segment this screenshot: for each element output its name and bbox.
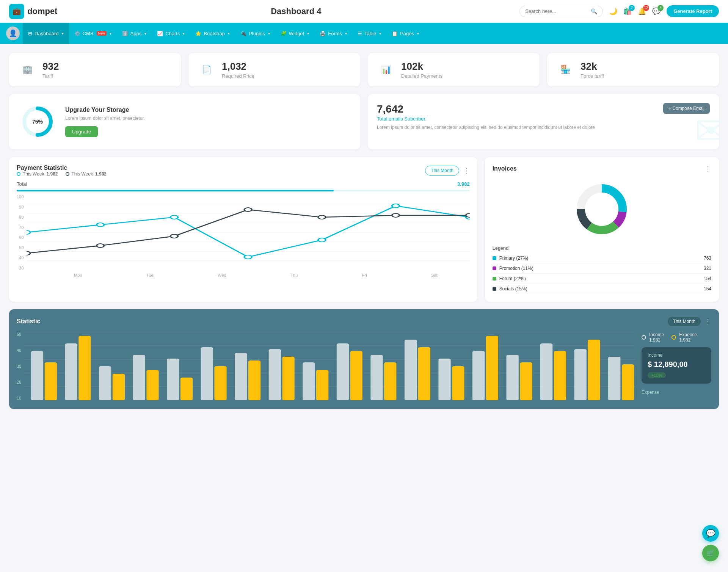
price-value: 1,032 [222, 61, 254, 72]
apps-icon: ℹ️ [122, 31, 128, 36]
socials-color [493, 287, 496, 291]
invoices-card: Invoices ⋮ Legend [485, 157, 719, 302]
bell-icon[interactable]: 🔔 12 [638, 7, 646, 16]
nav-charts[interactable]: 📈 Charts ▾ [152, 23, 190, 44]
legend-item-1: This Week 1.982 [17, 171, 58, 177]
bar-chart-area [24, 332, 635, 401]
bell-badge: 12 [643, 5, 649, 11]
logo-text: dompet [27, 6, 57, 16]
force-icon: 🏪 [556, 61, 574, 79]
chevron-icon: ▾ [268, 31, 270, 36]
nav-widget[interactable]: 🧩 Widget ▾ [275, 23, 314, 44]
chevron-icon: ▾ [144, 31, 146, 36]
income-popup: Income $ 12,890,00 +15% [642, 347, 711, 384]
moon-icon[interactable]: 🌙 [609, 7, 617, 16]
svg-point-10 [97, 223, 104, 227]
legend-dot-dark [66, 172, 69, 176]
main-content: 🏢 932 Tariff 📄 1,032 Required Price 📊 10… [0, 44, 728, 418]
chart-legend: This Week 1.982 This Week 1.982 [17, 171, 107, 177]
nav-pages[interactable]: 📋 Pages ▾ [386, 23, 424, 44]
stat-month-button[interactable]: This Month [668, 317, 701, 326]
stat-card-force: 🏪 32k Force tariff [547, 53, 719, 86]
svg-rect-58 [439, 359, 451, 400]
search-box[interactable]: 🔍 [519, 6, 603, 17]
nav-forms[interactable]: 🖨️ Forms ▾ [314, 23, 352, 44]
svg-point-19 [245, 208, 252, 212]
progress-bar [17, 190, 470, 191]
nav-cms[interactable]: ⚙️ CMS New ▾ [69, 23, 117, 44]
storage-text: Upgrade Your Storage Lorem ipsum dolor s… [65, 107, 145, 137]
stat-more-button[interactable]: ⋮ [704, 317, 711, 326]
income-legend: Income 1.982 [642, 332, 664, 343]
cms-icon: ⚙️ [74, 31, 80, 36]
svg-rect-39 [113, 374, 125, 400]
svg-rect-57 [418, 347, 430, 400]
svg-rect-41 [147, 370, 159, 400]
month-button[interactable]: This Month [425, 166, 459, 176]
chart-header: Payment Statistic This Week 1.982 This W… [17, 165, 470, 177]
bar-chart-container: 5040302010 [17, 332, 711, 401]
y-axis: 10090807060504030 [17, 194, 27, 270]
tariff-label: Tariff [42, 73, 59, 79]
line-chart-area: MonTueWedThuFriSat [27, 194, 469, 277]
chevron-icon: ▾ [228, 31, 230, 36]
svg-point-13 [318, 238, 325, 242]
email-subtitle: Total emails Subcriber. [377, 116, 595, 122]
svg-rect-51 [316, 370, 328, 400]
stat-controls: This Month ⋮ [668, 317, 711, 326]
chevron-icon: ▾ [379, 31, 381, 36]
nav-apps[interactable]: ℹ️ Apps ▾ [117, 23, 152, 44]
widget-icon: 🧩 [281, 31, 287, 36]
svg-rect-36 [65, 343, 77, 400]
svg-point-9 [27, 230, 30, 234]
nav-plugins[interactable]: 🔌 Plugins ▾ [235, 23, 275, 44]
svg-rect-37 [79, 336, 91, 400]
shop-icon[interactable]: 🛍️ 2 [623, 7, 632, 16]
svg-point-21 [392, 213, 399, 217]
nav-table[interactable]: ☰ Table ▾ [352, 23, 386, 44]
svg-point-28 [585, 193, 618, 226]
svg-rect-45 [215, 366, 227, 400]
invoices-more-button[interactable]: ⋮ [704, 165, 711, 173]
dashboard-icon: ⊞ [28, 31, 32, 36]
svg-rect-54 [371, 355, 383, 400]
legend-row-forum: Forum (22%) 154 [493, 274, 711, 284]
svg-rect-49 [282, 357, 295, 400]
table-icon: ☰ [358, 31, 362, 36]
stat-card-price: 📄 1,032 Required Price [188, 53, 360, 86]
upgrade-button[interactable]: Upgrade [65, 126, 98, 137]
chart-controls: This Month ⋮ [425, 166, 469, 176]
svg-rect-46 [235, 353, 247, 400]
plugins-icon: 🔌 [240, 31, 246, 36]
nav-dashboard[interactable]: ⊞ Dashboard ▾ [23, 23, 69, 44]
generate-report-button[interactable]: Generate Report [667, 5, 719, 17]
force-label: Force tariff [581, 73, 604, 79]
search-input[interactable] [525, 8, 588, 14]
chevron-icon: ▾ [110, 31, 111, 36]
chat-icon[interactable]: 💬 5 [652, 7, 661, 16]
x-axis: MonTueWedThuFriSat [27, 273, 469, 277]
legend-row-socials: Socials (15%) 154 [493, 284, 711, 294]
svg-rect-38 [99, 366, 111, 400]
statistic-title: Statistic [17, 318, 40, 325]
more-options-button[interactable]: ⋮ [463, 166, 470, 175]
income-popup-title: Income [648, 353, 705, 358]
email-card: 7,642 Total emails Subcriber. Lorem ipsu… [368, 94, 719, 149]
tariff-icon: 🏢 [18, 61, 36, 79]
invoice-legend-list: Primary (27%) 763 Promotion (11%) 321 Fo… [493, 253, 711, 294]
stat-card-payments: 📊 102k Detalled Payments [368, 53, 540, 86]
legend-row-primary: Primary (27%) 763 [493, 253, 711, 263]
chart-title: Payment Statistic [17, 165, 107, 171]
svg-point-16 [27, 251, 30, 255]
storage-title: Upgrade Your Storage [65, 107, 145, 113]
charts-icon: 📈 [157, 31, 163, 36]
payments-icon: 📊 [377, 61, 395, 79]
nav-bootstrap[interactable]: ⭐ Bootstrap ▾ [190, 23, 235, 44]
storage-donut: 75% [20, 105, 55, 139]
email-count: 7,642 [377, 103, 595, 115]
storage-desc: Lorem ipsum dolor sit amet, onsectetur. [65, 116, 145, 121]
logo: 💼 dompet [9, 4, 57, 19]
expense-legend: Expense 1.982 [672, 332, 697, 343]
total-label: Total [17, 181, 27, 187]
svg-rect-66 [574, 349, 587, 400]
